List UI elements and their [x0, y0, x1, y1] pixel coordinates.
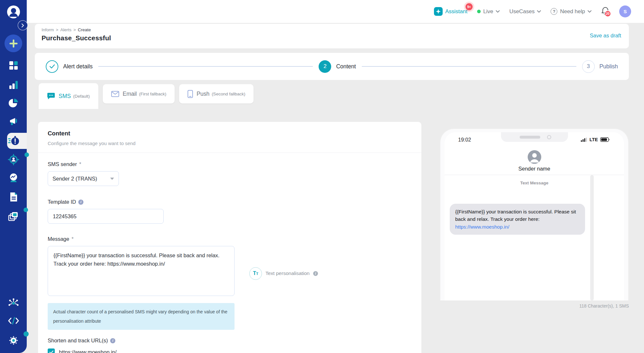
status-time: 19:02 [458, 137, 471, 143]
section-subtitle: Configure the message you want to send [48, 141, 412, 146]
templates-doc-icon [9, 191, 18, 202]
sender-avatar-icon [528, 150, 541, 164]
camera-dot [547, 135, 551, 139]
tab-qualifier: (First fallback) [139, 92, 166, 96]
content-form-card: Content Configure the message you want t… [38, 122, 421, 353]
page-title: Purchase_Successful [42, 34, 111, 42]
assistant-badge: 9+ [466, 3, 473, 10]
code-icon [8, 316, 19, 325]
required-asterisk: * [72, 236, 73, 242]
text-personalisation-icon: Tt [249, 267, 262, 280]
assistant-sparkle-icon [434, 7, 443, 16]
step-alert-details[interactable]: Alert details [46, 60, 92, 73]
thread-label: Text Message [445, 181, 624, 185]
megaphone-icon [8, 116, 19, 127]
need-help-menu[interactable]: ? Need help [551, 8, 591, 15]
template-id-info-icon[interactable]: i [78, 200, 83, 205]
avatar-initial: S [623, 9, 627, 14]
moengage-logo-icon [6, 5, 21, 19]
sender-name: Sender name [445, 166, 624, 172]
tab-qualifier: (Second fallback) [212, 92, 245, 96]
sidebar-item-audience[interactable] [0, 154, 27, 165]
character-count: 118 Character(s), 1 SMS [440, 303, 629, 309]
sms-sender-label: SMS sender * [48, 161, 412, 167]
sidebar-item-predictions[interactable] [0, 172, 27, 183]
stepper-line [98, 66, 313, 67]
smartphone-icon [187, 90, 193, 98]
tab-label: Push [197, 91, 209, 97]
url-checkbox-checked[interactable] [48, 348, 55, 353]
moengage-logo[interactable] [0, 5, 27, 19]
sidebar [0, 0, 27, 353]
help-question-icon: ? [551, 8, 557, 15]
label-text: Template ID [48, 199, 76, 205]
shorten-url-option[interactable]: https://www.moeshop.in/ [48, 348, 412, 353]
step-content[interactable]: 2 Content [319, 60, 356, 73]
notification-dot [24, 152, 29, 157]
predictions-icon [8, 172, 19, 183]
step-label: Publish [600, 63, 618, 70]
message-textarea[interactable]: {{FirstName}} your transaction is succes… [48, 246, 235, 296]
breadcrumb-inform[interactable]: Inform [42, 27, 54, 32]
notification-dot [24, 331, 29, 337]
chevron-down-icon [496, 10, 500, 13]
tab-sms[interactable]: SMS (Default) [39, 83, 98, 109]
sidebar-item-hub[interactable] [0, 298, 27, 309]
breadcrumb-create: Create [78, 27, 91, 32]
step-publish[interactable]: 3 Publish [582, 60, 618, 73]
sidebar-item-alerts-active[interactable] [0, 135, 27, 147]
tab-qualifier: (Default) [73, 94, 90, 99]
shorten-urls-info-icon[interactable]: i [110, 338, 115, 343]
sms-sender-select[interactable]: Sender 2 (TRANS) [48, 171, 119, 186]
sidebar-item-developer[interactable] [0, 316, 27, 325]
section-title: Content [48, 130, 412, 137]
chevron-down-icon [588, 10, 591, 13]
sidebar-item-settings[interactable] [0, 335, 27, 346]
live-label: Live [483, 8, 493, 15]
assistant-button[interactable]: Assistant 9+ [434, 7, 467, 16]
chevron-right-icon [21, 24, 24, 27]
sidebar-item-dashboard[interactable] [0, 60, 27, 71]
required-asterisk: * [79, 161, 81, 167]
live-toggle[interactable]: Live [477, 8, 500, 15]
check-icon [49, 350, 53, 353]
sms-message-bubble: {{FirstName}} your transaction is succes… [450, 204, 585, 235]
label-text: Message [48, 236, 69, 242]
usecases-menu[interactable]: UseCases [509, 8, 541, 15]
tab-email[interactable]: Email (First fallback) [103, 84, 175, 103]
tab-label: SMS [59, 93, 71, 100]
page-header-card: Inform > Alerts > Create Purchase_Succes… [35, 24, 629, 48]
step-number: 2 [319, 60, 331, 73]
template-id-label: Template ID i [48, 199, 412, 205]
usecases-label: UseCases [509, 8, 534, 15]
step-label: Content [336, 63, 356, 70]
personalisation-info-icon[interactable]: i [313, 271, 318, 276]
shorten-url-value: https://www.moeshop.in/ [59, 349, 117, 353]
tab-label: Email [123, 91, 137, 97]
sidebar-item-templates[interactable] [0, 191, 27, 202]
sidebar-item-content-blocks[interactable] [0, 210, 27, 222]
preview-scrollbar[interactable] [590, 175, 594, 300]
sidebar-item-analytics[interactable] [0, 79, 27, 90]
user-avatar[interactable]: S [619, 5, 631, 17]
notifications-button[interactable]: 20 [601, 6, 610, 17]
text-personalisation-button[interactable]: Tt Text personalisation i [249, 251, 318, 296]
sidebar-item-campaigns[interactable] [0, 116, 27, 127]
phone-screen: 19:02 LTE Sen [445, 132, 624, 300]
tab-push[interactable]: Push (Second fallback) [179, 84, 254, 103]
template-id-input[interactable] [48, 209, 164, 224]
bubble-text: {{FirstName}} your transaction is succes… [455, 209, 576, 222]
message-label: Message* [48, 236, 235, 242]
save-as-draft-button[interactable]: Save as draft [590, 33, 621, 39]
sidebar-expand-button[interactable] [18, 20, 28, 30]
bubble-link: https://www.moeshop.in/ [455, 224, 509, 230]
pie-chart-icon [8, 98, 19, 109]
assistant-label: Assistant [445, 8, 467, 15]
content-cards-icon [7, 210, 20, 222]
label-text: Shorten and track URL(s) [48, 338, 108, 344]
select-caret-icon [110, 178, 114, 180]
sms-bubble-icon [47, 93, 55, 100]
sidebar-item-segments[interactable] [0, 98, 27, 109]
create-new-button[interactable] [5, 34, 22, 52]
breadcrumb-alerts[interactable]: Alerts [60, 27, 72, 32]
